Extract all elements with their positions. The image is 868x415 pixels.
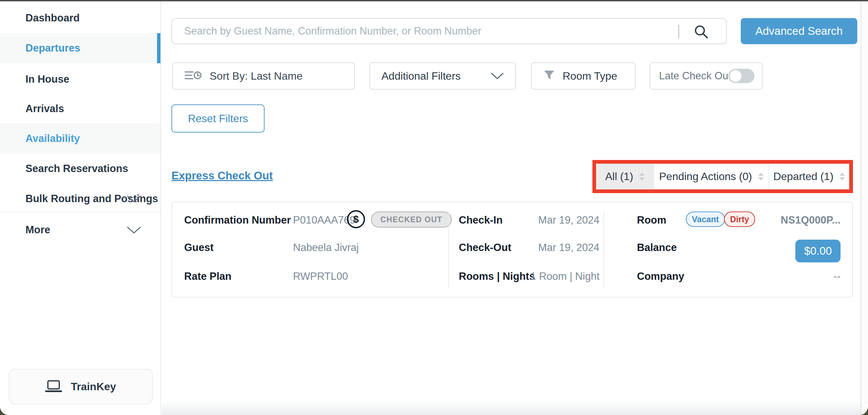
sort-by-dropdown[interactable]: Sort By: Last Name [172, 62, 355, 90]
sidebar-item-bulk-routing[interactable]: Bulk Routing and Postings [0, 184, 160, 214]
vertical-scrollbar[interactable] [861, 1, 868, 415]
search-icon[interactable] [693, 24, 709, 40]
guest-search-box [172, 18, 727, 44]
chevron-down-icon [126, 194, 142, 203]
guest-label: Guest [184, 242, 214, 254]
sort-by-label: Sort By: Last Name [210, 70, 302, 82]
tab-pending-actions[interactable]: Pending Actions (0) [654, 164, 769, 189]
additional-filters-label: Additional Filters [381, 70, 461, 82]
room-status-badge-vacant: Vacant [686, 212, 725, 227]
balance-amount-button[interactable]: $0.00 [795, 240, 841, 262]
company-label: Company [637, 270, 684, 283]
room-label: Room [637, 214, 666, 226]
laptop-icon [45, 380, 62, 394]
check-in-value: Mar 19, 2024 [490, 214, 599, 226]
app-window: Dashboard Departures In House Arrivals A… [0, 0, 868, 415]
sort-icon [184, 68, 202, 84]
late-check-out-toggle[interactable] [728, 69, 754, 83]
sidebar-item-label: Departures [26, 42, 81, 54]
sidebar-item-label: Search Reservations [26, 163, 128, 175]
room-number-value: NS1Q000P... [781, 214, 841, 226]
sidebar-item-label: In House [26, 73, 69, 85]
rooms-nights-value: 1 Room | Night [490, 270, 599, 283]
sidebar-item-in-house[interactable]: In House [0, 64, 160, 94]
balance-label: Balance [637, 242, 677, 254]
sidebar-item-arrivals[interactable]: Arrivals [0, 94, 160, 124]
tab-departed[interactable]: Departed (1) [769, 164, 849, 189]
confirmation-number-value[interactable]: P010AAA769 [293, 214, 355, 226]
card-column-divider [448, 212, 449, 288]
sidebar-item-label: More [26, 224, 50, 236]
sort-arrows-icon [639, 173, 645, 181]
sidebar-item-label: Dashboard [26, 12, 80, 24]
chevron-down-icon [126, 225, 142, 234]
check-out-value: Mar 19, 2024 [490, 242, 599, 254]
search-divider [678, 25, 679, 38]
sort-arrows-icon [758, 173, 764, 181]
tab-all[interactable]: All (1) [596, 164, 654, 189]
sidebar-item-availability[interactable]: Availability [0, 124, 160, 154]
company-value: -- [834, 270, 841, 283]
rate-plan-label: Rate Plan [184, 270, 231, 283]
sidebar: Dashboard Departures In House Arrivals A… [0, 1, 161, 415]
housekeeping-status-badge-dirty: Dirty [724, 212, 755, 227]
payment-dollar-icon[interactable]: $ [347, 210, 365, 228]
search-input[interactable] [172, 19, 726, 43]
additional-filters-dropdown[interactable]: Additional Filters [369, 62, 516, 90]
room-type-filter[interactable]: Room Type [531, 62, 636, 90]
annotation-highlight-box: All (1) Pending Actions (0) Departed (1) [592, 160, 853, 193]
toggle-knob [730, 70, 741, 82]
late-check-out-filter: Late Check Out [650, 62, 763, 90]
chevron-down-icon [491, 72, 504, 80]
advanced-search-button[interactable]: Advanced Search [741, 18, 857, 44]
reservation-tabs: All (1) Pending Actions (0) Departed (1) [596, 164, 849, 189]
rate-plan-value: RWPRTL00 [293, 270, 348, 283]
sidebar-item-label: Availability [26, 132, 80, 145]
room-type-label: Room Type [563, 70, 617, 82]
late-check-out-label: Late Check Out [659, 70, 731, 82]
guest-name-value: Nabeela Jivraj [293, 242, 359, 254]
sidebar-item-label: Arrivals [26, 103, 64, 115]
sidebar-divider [0, 212, 160, 213]
tab-label: Pending Actions (0) [659, 170, 752, 183]
express-check-out-link[interactable]: Express Check Out [172, 169, 273, 182]
filter-funnel-icon [543, 69, 555, 83]
bottom-scroll-area [162, 400, 861, 415]
sidebar-item-departures[interactable]: Departures [0, 33, 160, 63]
sidebar-item-dashboard[interactable]: Dashboard [0, 3, 160, 33]
trainkey-label: TrainKey [71, 381, 116, 393]
trainkey-button[interactable]: TrainKey [9, 369, 153, 404]
card-column-divider [603, 212, 604, 288]
sidebar-item-more[interactable]: More [0, 215, 160, 245]
tab-label: All (1) [605, 170, 633, 183]
reservation-card[interactable]: Confirmation Number P010AAA769 $ CHECKED… [172, 201, 853, 297]
reset-filters-button[interactable]: Reset Filters [172, 104, 265, 132]
sort-arrows-icon [840, 173, 845, 181]
sidebar-item-search-reservations[interactable]: Search Reservations [0, 154, 160, 184]
confirmation-number-label: Confirmation Number [184, 214, 291, 226]
checked-out-badge: CHECKED OUT [371, 212, 452, 228]
tab-label: Departed (1) [773, 170, 834, 183]
